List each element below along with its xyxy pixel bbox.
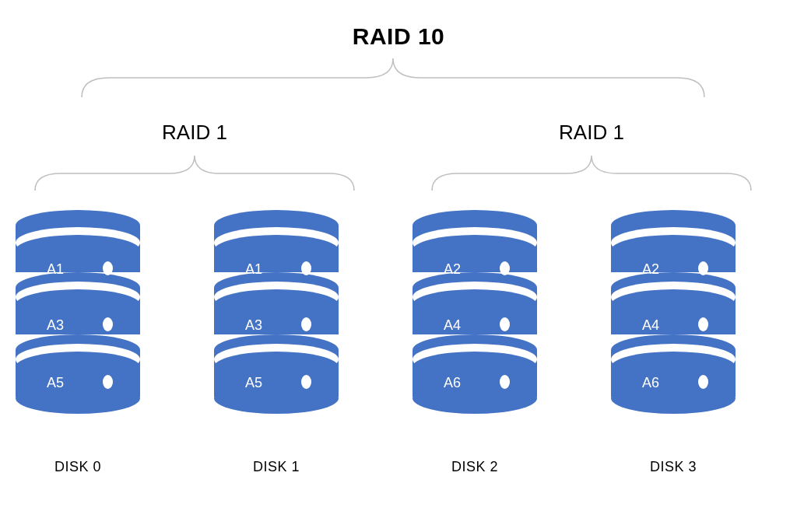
- disk-indicator-icon: [698, 317, 708, 331]
- disk-indicator-icon: [103, 317, 113, 331]
- disk-indicator-icon: [301, 317, 311, 331]
- disk-2: A2 A4 A6: [413, 210, 537, 412]
- segment-label: A3: [245, 317, 262, 334]
- cylinder-icon: A2 A4 A6: [413, 210, 537, 412]
- segment-label: A5: [245, 375, 262, 391]
- bracket-top: [78, 54, 708, 101]
- disk-indicator-icon: [103, 375, 113, 389]
- disk-indicator-icon: [698, 261, 708, 275]
- disk-indicator-icon: [500, 375, 510, 389]
- segment-label: A3: [47, 317, 64, 334]
- bracket-left: [31, 152, 358, 194]
- disk-indicator-icon: [301, 261, 311, 275]
- cylinder-icon: A1 A3 A5: [214, 210, 339, 412]
- disk-1: A1 A3 A5: [214, 210, 339, 412]
- subgroup-label-right: RAID 1: [498, 121, 685, 145]
- diagram-title: RAID 10: [0, 23, 797, 50]
- disk-0-label: DISK 0: [16, 459, 140, 475]
- disk-1-label: DISK 1: [214, 459, 339, 475]
- disk-indicator-icon: [698, 375, 708, 389]
- disk-indicator-icon: [500, 317, 510, 331]
- disk-indicator-icon: [103, 261, 113, 275]
- bracket-right: [428, 152, 755, 194]
- disk-0: A1 A3 A5: [16, 210, 140, 412]
- segment-label: A4: [642, 317, 659, 334]
- segment-label: A6: [642, 375, 659, 391]
- segment-label: A1: [47, 261, 64, 278]
- disk-3-label: DISK 3: [611, 459, 736, 475]
- segment-label: A1: [245, 261, 262, 278]
- diagram-canvas: RAID 10 RAID 1 RAID 1 A1 A3: [0, 0, 797, 532]
- segment-label: A6: [444, 375, 461, 391]
- segment-label: A4: [444, 317, 461, 334]
- disk-3: A2 A4 A6: [611, 210, 736, 412]
- disk-indicator-icon: [500, 261, 510, 275]
- segment-label: A2: [642, 261, 659, 278]
- segment-label: A5: [47, 375, 64, 391]
- cylinder-icon: A2 A4 A6: [611, 210, 736, 412]
- segment-label: A2: [444, 261, 461, 278]
- cylinder-icon: A1 A3 A5: [16, 210, 140, 412]
- subgroup-label-left: RAID 1: [101, 121, 288, 145]
- disk-2-label: DISK 2: [413, 459, 537, 475]
- disk-indicator-icon: [301, 375, 311, 389]
